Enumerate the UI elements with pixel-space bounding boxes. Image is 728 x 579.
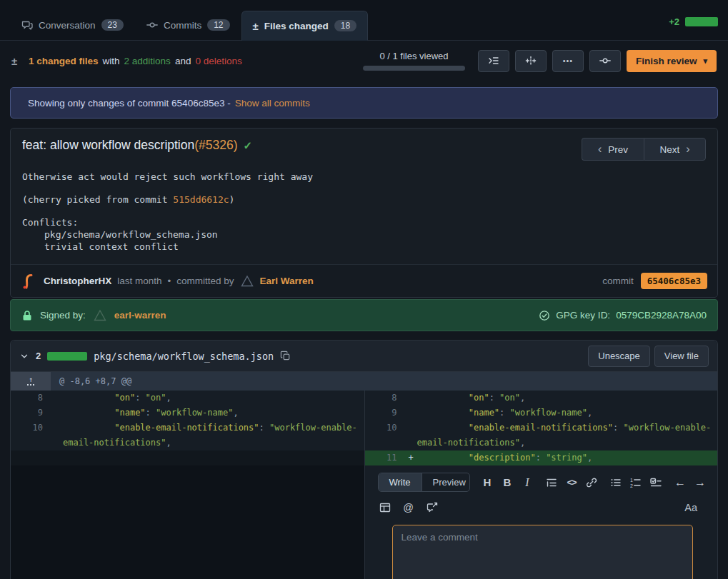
diff-options-button[interactable]: ••• [552, 50, 584, 72]
write-tab[interactable]: Write [379, 473, 422, 491]
line-sign [51, 391, 63, 406]
comment-textarea[interactable] [392, 525, 694, 579]
line-number[interactable] [11, 450, 51, 465]
tab-commits[interactable]: Commits 12 [135, 10, 241, 40]
commit-icon [146, 19, 158, 31]
diff-line-context: 8 "on": "on", [365, 391, 718, 406]
line-sign [51, 421, 63, 450]
unordered-list-icon[interactable] [609, 475, 623, 490]
editor-mode-tabs: Write Preview [378, 473, 471, 492]
diff-view-mode-button[interactable] [515, 50, 547, 72]
line-code [63, 450, 364, 465]
unescape-button[interactable]: Unescape [588, 346, 650, 367]
plain-editor-toggle[interactable]: Aa [684, 502, 697, 513]
prev-commit-button[interactable]: ‹ Prev [582, 138, 644, 161]
file-path[interactable]: pkg/schema/workflow_schema.json [94, 351, 274, 362]
committer-link[interactable]: Earl Warren [260, 276, 314, 286]
tab-conversation[interactable]: Conversation 23 [10, 10, 135, 40]
diff-line-context: 8 "on": "on", [11, 391, 364, 406]
changed-files-count: 1 changed files [29, 56, 99, 66]
conflict-note: trivial context conflict [22, 241, 706, 253]
diff-toolbar: ± 1 changed files with 2 additions and 0… [0, 41, 728, 81]
cherry-pick-commit-link[interactable]: 515dd6612c [173, 194, 229, 205]
code-icon[interactable]: <> [564, 475, 579, 490]
line-code: "on": "on", [417, 391, 718, 406]
tab-count-badge: 12 [207, 19, 229, 31]
view-file-button[interactable]: View file [654, 346, 709, 367]
outdent-icon[interactable]: ← [673, 475, 687, 490]
signer-avatar[interactable] [93, 308, 107, 323]
copy-path-icon[interactable] [280, 351, 291, 361]
conversation-icon [21, 19, 33, 31]
reference-icon[interactable] [425, 500, 439, 515]
split-diff: 8 "on": "on",9 "name": "workflow-name",1… [11, 391, 717, 579]
signed-by-label: Signed by: [40, 310, 86, 321]
ordered-list-icon[interactable]: 12 [629, 475, 643, 490]
conflict-file: pkg/schema/workflow_schema.json [22, 228, 706, 241]
diff-icon: ± [11, 56, 17, 66]
svg-text:2: 2 [630, 483, 633, 488]
author-avatar[interactable] [21, 273, 38, 290]
committer-avatar[interactable] [240, 274, 254, 288]
chevron-right-icon: › [686, 144, 689, 155]
table-icon[interactable] [378, 500, 392, 515]
line-number[interactable]: 11 [365, 450, 405, 465]
diff-line-context: 10 "enable-email-notifications": "workfl… [365, 421, 718, 450]
signer-link[interactable]: earl-warren [114, 310, 166, 321]
file-diff-header: 2 pkg/schema/workflow_schema.json Unesca… [11, 341, 717, 372]
file-tree-toggle-button[interactable] [478, 50, 509, 72]
verified-icon [539, 310, 550, 321]
italic-icon[interactable]: I [520, 475, 534, 490]
tab-count-badge: 18 [334, 20, 356, 31]
commit-select-button[interactable] [589, 50, 621, 72]
comment-field-wrap [392, 525, 694, 579]
line-sign [405, 421, 417, 450]
line-number[interactable]: 9 [11, 406, 51, 421]
task-list-icon[interactable] [649, 475, 663, 490]
show-all-commits-link[interactable]: Show all commits [235, 98, 310, 109]
commit-pager: ‹ Prev Next › [582, 138, 706, 161]
line-number[interactable]: 8 [365, 391, 405, 406]
files-viewed-label: 0 / 1 files viewed [379, 51, 448, 61]
diff-line-added: 11+ "description": "string", [365, 450, 718, 465]
diff-line-context: 9 "name": "workflow-name", [365, 406, 718, 421]
file-tree-icon [488, 55, 499, 66]
line-sign [51, 450, 63, 465]
link-icon[interactable] [584, 475, 599, 490]
committed-by-text: committed by [176, 276, 234, 286]
author-link[interactable]: ChristopherHX [44, 276, 111, 286]
chevron-down-icon[interactable] [19, 351, 29, 361]
commit-filter-banner: Showing only changes of commit 65406c85e… [10, 87, 718, 119]
heading-icon[interactable]: H [480, 475, 494, 490]
line-sign [51, 406, 63, 421]
commit-title-text: feat: allow workflow description [22, 138, 194, 153]
commit-details-box: feat: allow workflow description (#5326)… [10, 128, 718, 298]
unescape-label: Unescape [598, 351, 640, 361]
finish-review-button[interactable]: Finish review ▾ [627, 50, 717, 72]
line-sign [405, 391, 417, 406]
finish-review-label: Finish review [636, 56, 697, 66]
ci-status-success-icon[interactable]: ✓ [244, 139, 253, 152]
line-number[interactable]: 10 [11, 421, 51, 450]
next-commit-button[interactable]: Next › [644, 138, 706, 161]
line-code: "on": "on", [63, 391, 364, 406]
hunk-header: ↑ @ -8,6 +8,7 @@ [11, 372, 717, 391]
file-change-count: 2 [36, 351, 41, 361]
tab-files-changed[interactable]: ± Files changed 18 [241, 11, 369, 41]
line-number[interactable]: 9 [365, 406, 405, 421]
indent-icon[interactable]: → [693, 475, 707, 490]
bold-icon[interactable]: B [500, 475, 514, 490]
preview-tab[interactable]: Preview [422, 473, 470, 491]
line-number[interactable]: 10 [365, 421, 405, 450]
line-code: "name": "workflow-name", [63, 406, 364, 421]
line-number[interactable]: 8 [11, 391, 51, 406]
quote-icon[interactable] [544, 475, 559, 490]
commit-hash-badge[interactable]: 65406c85e3 [641, 273, 707, 289]
diff-line-placeholder [11, 450, 364, 465]
summary-text: and [175, 56, 191, 66]
commit-icon [599, 55, 611, 66]
diff-line-context: 9 "name": "workflow-name", [11, 406, 364, 421]
expand-hunk-button[interactable]: ↑ [11, 372, 51, 391]
issue-link[interactable]: (#5326) [194, 138, 237, 153]
mention-icon[interactable]: @ [402, 500, 416, 515]
